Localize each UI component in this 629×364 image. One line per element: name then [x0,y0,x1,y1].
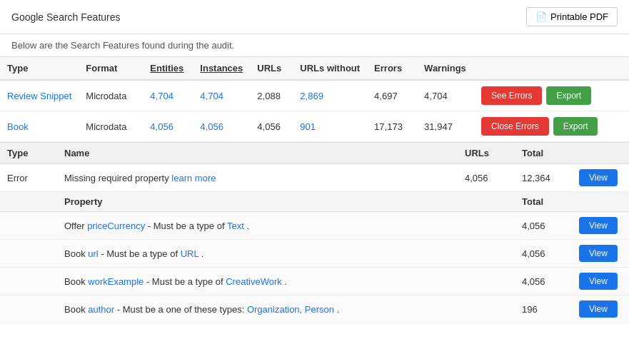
prop-description: Offer priceCurrency - Must be a type of … [57,212,515,240]
col-header-instances: Instances [193,57,250,80]
cell-format: Microdata [79,111,143,142]
entities-link[interactable]: 4,704 [150,91,173,101]
col-header-urls: URLs [250,57,293,80]
sub-cell-urls: 4,056 [458,164,515,192]
main-table: Type Format Entities Instances URLs URLs… [0,57,629,142]
prop-suffix-3: - Must be a one of these types: [117,304,245,315]
prop-type-link-0[interactable]: Text [227,221,244,231]
prop-suffix-2: - Must be a type of [146,276,223,287]
property-col-property: Property [57,192,515,212]
col-header-type: Type [0,57,79,80]
type-link[interactable]: Review Snippet [7,91,71,101]
prop-type-link-2[interactable]: CreativeWork [226,276,282,287]
prop-suffix-1: - Must be a type of [101,248,178,259]
prop-indent [0,268,57,295]
prop-indent [0,212,57,240]
cell-entities: 4,704 [143,80,193,111]
prop-link-1[interactable]: url [88,248,98,259]
subtitle: Below are the Search Features found duri… [0,34,629,57]
sub-cell-total: 12,364 [515,164,572,192]
prop-link-2[interactable]: workExample [88,276,144,287]
prop-description: Book author - Must be a one of these typ… [57,295,515,323]
sub-cell-name: Missing required property learn more [57,164,458,192]
cell-urls: 4,056 [250,111,293,142]
cell-type: Review Snippet [0,80,79,111]
prop-period-0: . [246,221,249,231]
property-row: Offer priceCurrency - Must be a type of … [0,212,629,240]
prop-suffix-0: - Must be a type of [148,221,225,231]
prop-type-link-3[interactable]: Organization, Person [247,304,334,315]
sub-col-urls: URLs [458,143,515,164]
prop-view-0: View [572,212,629,240]
cell-urls-without: 901 [293,111,367,142]
cell-format: Microdata [79,80,143,111]
sub-table-row: Error Missing required property learn mo… [0,164,629,192]
table-row: Review Snippet Microdata 4,704 4,704 2,0… [0,80,629,111]
prop-prefix-2: Book [64,276,86,287]
col-header-warnings: Warnings [417,57,474,80]
prop-indent [0,295,57,323]
close-errors-button[interactable]: Close Errors [481,117,549,136]
view-button-prop-2[interactable]: View [579,273,618,290]
cell-actions: Close Errors Export [474,111,629,142]
cell-urls: 2,088 [250,80,293,111]
table-row: Book Microdata 4,056 4,056 4,056 901 17,… [0,111,629,142]
sub-cell-view: View [572,164,629,192]
urls-without-link-book[interactable]: 901 [300,121,316,132]
property-indent-spacer [0,192,57,212]
prop-type-link-1[interactable]: URL [181,248,199,259]
prop-link-0[interactable]: priceCurrency [87,221,145,231]
cell-entities: 4,056 [143,111,193,142]
property-row: Book author - Must be a one of these typ… [0,295,629,323]
col-header-urls-without: URLs without [293,57,367,80]
see-errors-button[interactable]: See Errors [481,86,542,105]
prop-prefix-1: Book [64,248,86,259]
cell-urls-without: 2,869 [293,80,367,111]
export-button-row0[interactable]: Export [546,86,591,105]
property-col-action [572,192,629,212]
view-button-prop-3[interactable]: View [579,300,618,318]
cell-actions: See Errors Export [474,80,629,111]
sub-col-type: Type [0,143,57,164]
view-button-error[interactable]: View [579,169,618,186]
sub-table-header: Type Name URLs Total [0,143,629,164]
prop-period-1: . [201,248,204,259]
prop-total-0: 4,056 [515,212,572,240]
cell-errors: 4,697 [367,80,417,111]
printable-pdf-button[interactable]: 📄 Printable PDF [526,7,618,26]
type-link-book[interactable]: Book [7,121,29,132]
prop-link-3[interactable]: author [88,304,114,315]
cell-warnings: 4,704 [417,80,474,111]
sub-col-action [572,143,629,164]
sub-col-total: Total [515,143,572,164]
property-header: Property Total [0,192,629,212]
name-prefix: Missing required property [64,173,169,183]
property-col-total: Total [515,192,572,212]
property-sub-table: Property Total Offer priceCurrency - Mus… [0,192,629,323]
cell-errors: 17,173 [367,111,417,142]
prop-view-1: View [572,240,629,268]
prop-view-3: View [572,295,629,323]
cell-warnings: 31,947 [417,111,474,142]
cell-instances: 4,704 [193,80,250,111]
col-header-entities: Entities [143,57,193,80]
main-table-header: Type Format Entities Instances URLs URLs… [0,57,629,80]
prop-indent [0,240,57,268]
urls-without-link[interactable]: 2,869 [300,91,323,101]
prop-prefix-0: Offer [64,221,85,231]
prop-total-1: 4,056 [515,240,572,268]
cell-instances: 4,056 [193,111,250,142]
col-header-errors: Errors [367,57,417,80]
col-header-format: Format [79,57,143,80]
page-title: Google Search Features [11,11,121,23]
view-button-prop-0[interactable]: View [579,217,618,234]
export-button-row1[interactable]: Export [553,117,598,136]
view-button-prop-1[interactable]: View [579,245,618,262]
prop-total-2: 4,056 [515,268,572,295]
sub-cell-type: Error [0,164,57,192]
learn-more-link[interactable]: learn more [171,173,216,183]
entities-link-book[interactable]: 4,056 [150,121,173,132]
instances-link-book[interactable]: 4,056 [200,121,223,132]
instances-link[interactable]: 4,704 [200,91,223,101]
prop-period-3: . [337,304,340,315]
